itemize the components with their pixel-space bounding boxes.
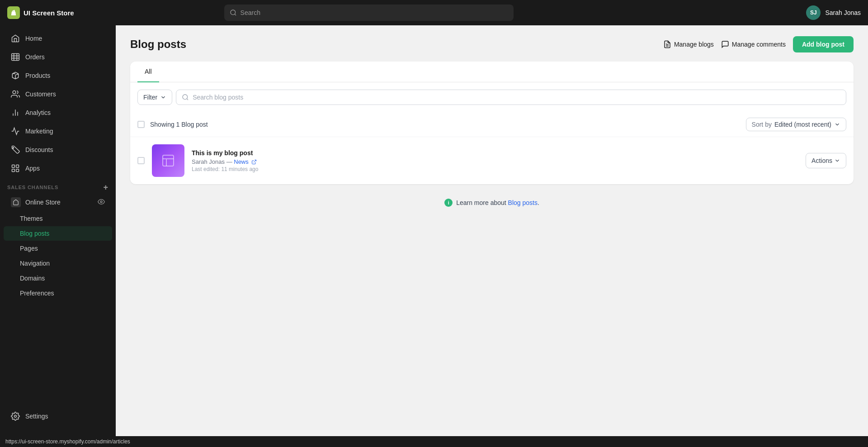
sidebar-item-online-store[interactable]: Online Store xyxy=(4,194,112,211)
sidebar-item-products[interactable]: Products xyxy=(4,67,112,85)
global-search-bar[interactable] xyxy=(224,5,514,21)
sidebar-sub-item-navigation-label: Navigation xyxy=(20,260,50,267)
svg-point-8 xyxy=(100,201,102,203)
sidebar-footer: Settings xyxy=(0,404,116,429)
sidebar-sub-item-domains-label: Domains xyxy=(20,275,45,282)
svg-rect-4 xyxy=(12,165,15,168)
sidebar-item-customers-label: Customers xyxy=(25,90,56,98)
post-meta: Sarah Jonas — News xyxy=(192,158,798,165)
sidebar-sub-item-domains[interactable]: Domains xyxy=(4,271,112,285)
user-name: Sarah Jonas xyxy=(825,9,861,16)
filter-label: Filter xyxy=(143,94,157,101)
post-info: This is my blog post Sarah Jonas — News … xyxy=(192,149,798,172)
thumbnail-placeholder-icon xyxy=(161,153,175,168)
main-content: Blog posts Manage blogs Manage comments … xyxy=(116,25,868,436)
sales-channels-label: SALES CHANNELS xyxy=(7,185,58,190)
manage-comments-icon xyxy=(721,40,729,48)
sort-chevron-icon xyxy=(834,121,840,128)
status-bar: https://ui-screen-store.myshopify.com/ad… xyxy=(0,436,868,447)
actions-chevron-icon xyxy=(834,157,840,164)
sidebar-item-home-label: Home xyxy=(25,35,42,42)
blog-posts-card: All Filter Showing 1 Blog post xyxy=(130,62,854,184)
sort-select[interactable]: Sort by Edited (most recent) xyxy=(746,118,846,131)
svg-rect-1 xyxy=(12,54,19,61)
sidebar-item-orders-label: Orders xyxy=(25,53,45,61)
filter-button[interactable]: Filter xyxy=(137,90,172,105)
global-search-input[interactable] xyxy=(241,9,508,16)
search-icon xyxy=(230,9,237,16)
post-thumbnail xyxy=(152,144,184,177)
svg-point-3 xyxy=(13,147,14,148)
online-store-icon xyxy=(11,197,21,207)
filter-bar: Filter xyxy=(130,82,854,112)
search-posts-input[interactable] xyxy=(193,94,840,101)
sidebar: Home Orders Products Customers Analytics xyxy=(0,25,116,436)
manage-blogs-icon xyxy=(663,40,671,48)
sidebar-item-analytics[interactable]: Analytics xyxy=(4,104,112,122)
sidebar-item-apps[interactable]: Apps xyxy=(4,159,112,177)
svg-line-14 xyxy=(254,160,256,163)
analytics-icon xyxy=(11,108,20,117)
sidebar-sub-item-themes[interactable]: Themes xyxy=(4,211,112,226)
sidebar-item-analytics-label: Analytics xyxy=(25,109,51,116)
page-header-actions: Manage blogs Manage comments Add blog po… xyxy=(663,36,854,52)
sidebar-navigation: Home Orders Products Customers Analytics xyxy=(0,25,116,304)
tab-all[interactable]: All xyxy=(137,62,159,82)
sidebar-item-settings[interactable]: Settings xyxy=(4,407,112,425)
products-icon xyxy=(11,71,20,80)
sidebar-item-customers[interactable]: Customers xyxy=(4,85,112,103)
sidebar-item-home[interactable]: Home xyxy=(4,29,112,48)
sidebar-sub-item-preferences[interactable]: Preferences xyxy=(4,286,112,300)
page-header: Blog posts Manage blogs Manage comments … xyxy=(130,36,854,52)
table-header: Showing 1 Blog post Sort by Edited (most… xyxy=(130,112,854,137)
learn-more-section: i Learn more about Blog posts. xyxy=(130,184,854,221)
manage-comments-button[interactable]: Manage comments xyxy=(721,40,786,48)
shopify-svg xyxy=(9,9,18,17)
post-thumbnail-image xyxy=(152,144,184,177)
sidebar-item-marketing-label: Marketing xyxy=(25,128,53,135)
svg-rect-13 xyxy=(163,155,174,166)
customers-icon xyxy=(11,90,20,99)
select-all-checkbox[interactable] xyxy=(137,121,145,128)
actions-button[interactable]: Actions xyxy=(806,153,846,168)
orders-icon xyxy=(11,52,20,62)
svg-rect-5 xyxy=(16,165,19,168)
online-store-label: Online Store xyxy=(25,199,61,206)
sort-value: Edited (most recent) xyxy=(774,121,831,128)
sort-label: Sort by xyxy=(752,121,772,128)
svg-point-0 xyxy=(231,10,236,15)
search-posts-icon xyxy=(182,94,189,101)
sidebar-sub-item-pages-label: Pages xyxy=(20,245,38,252)
post-checkbox[interactable] xyxy=(137,157,145,164)
search-posts-bar[interactable] xyxy=(176,90,846,105)
manage-blogs-button[interactable]: Manage blogs xyxy=(663,40,714,48)
sidebar-item-discounts[interactable]: Discounts xyxy=(4,141,112,159)
blog-posts-link[interactable]: Blog posts xyxy=(508,199,538,206)
discounts-icon xyxy=(11,145,20,154)
brand-logo[interactable]: UI Screen Store xyxy=(7,6,74,19)
apps-icon xyxy=(11,164,20,173)
sidebar-item-orders[interactable]: Orders xyxy=(4,48,112,66)
status-url: https://ui-screen-store.myshopify.com/ad… xyxy=(5,438,130,445)
user-avatar[interactable]: SJ xyxy=(806,5,821,20)
sidebar-sub-item-preferences-label: Preferences xyxy=(20,290,54,297)
brand-name: UI Screen Store xyxy=(24,9,74,17)
manage-comments-label: Manage comments xyxy=(732,41,786,48)
sales-channels-section: SALES CHANNELS + xyxy=(0,178,116,193)
shopify-logo-icon xyxy=(7,6,20,19)
sidebar-item-products-label: Products xyxy=(25,72,50,79)
add-sales-channel-button[interactable]: + xyxy=(104,183,108,191)
sidebar-item-apps-label: Apps xyxy=(25,165,40,172)
post-blog-link[interactable]: News xyxy=(234,158,257,165)
sidebar-sub-item-navigation[interactable]: Navigation xyxy=(4,256,112,271)
sidebar-sub-item-pages[interactable]: Pages xyxy=(4,241,112,256)
store-icon xyxy=(13,199,19,205)
sidebar-sub-item-themes-label: Themes xyxy=(20,215,43,222)
post-meta-separator: — xyxy=(226,158,234,165)
add-blog-post-button[interactable]: Add blog post xyxy=(793,36,854,52)
sidebar-sub-item-blog-posts[interactable]: Blog posts xyxy=(4,226,112,241)
showing-text: Showing 1 Blog post xyxy=(150,121,208,128)
post-author: Sarah Jonas xyxy=(192,158,225,165)
online-store-preview-button[interactable] xyxy=(98,198,105,207)
sidebar-item-marketing[interactable]: Marketing xyxy=(4,122,112,140)
